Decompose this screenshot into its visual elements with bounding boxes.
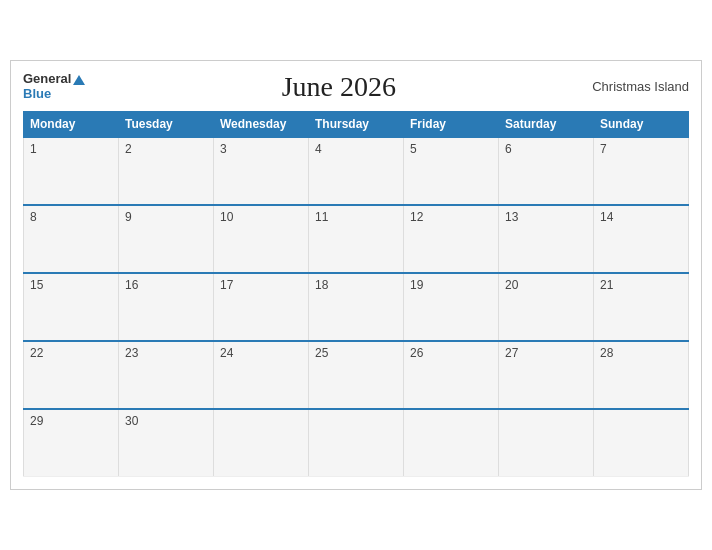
day-number: 10 [220, 210, 233, 224]
day-number: 16 [125, 278, 138, 292]
calendar-day-cell [404, 409, 499, 477]
day-number: 26 [410, 346, 423, 360]
calendar-week-row: 891011121314 [24, 205, 689, 273]
weekday-header-row: MondayTuesdayWednesdayThursdayFridaySatu… [24, 111, 689, 137]
day-number: 25 [315, 346, 328, 360]
logo-bottom: Blue [23, 87, 51, 101]
weekday-header: Monday [24, 111, 119, 137]
calendar-day-cell: 14 [594, 205, 689, 273]
calendar-day-cell: 24 [214, 341, 309, 409]
calendar-day-cell: 28 [594, 341, 689, 409]
calendar-day-cell: 17 [214, 273, 309, 341]
weekday-header: Wednesday [214, 111, 309, 137]
calendar-day-cell: 27 [499, 341, 594, 409]
calendar-day-cell: 10 [214, 205, 309, 273]
calendar-region: Christmas Island [592, 79, 689, 94]
calendar-day-cell [214, 409, 309, 477]
calendar-day-cell [594, 409, 689, 477]
logo-blue-text: Blue [23, 87, 51, 101]
calendar-day-cell [499, 409, 594, 477]
calendar-day-cell: 15 [24, 273, 119, 341]
day-number: 18 [315, 278, 328, 292]
calendar-day-cell: 26 [404, 341, 499, 409]
day-number: 28 [600, 346, 613, 360]
day-number: 19 [410, 278, 423, 292]
calendar-table: MondayTuesdayWednesdayThursdayFridaySatu… [23, 111, 689, 478]
day-number: 11 [315, 210, 328, 224]
calendar-thead: MondayTuesdayWednesdayThursdayFridaySatu… [24, 111, 689, 137]
calendar-day-cell: 12 [404, 205, 499, 273]
day-number: 4 [315, 142, 322, 156]
calendar-container: General Blue June 2026 Christmas Island … [10, 60, 702, 491]
calendar-day-cell: 30 [119, 409, 214, 477]
day-number: 3 [220, 142, 227, 156]
day-number: 8 [30, 210, 37, 224]
calendar-day-cell: 29 [24, 409, 119, 477]
calendar-day-cell: 19 [404, 273, 499, 341]
calendar-day-cell: 4 [309, 137, 404, 205]
day-number: 30 [125, 414, 138, 428]
calendar-day-cell: 5 [404, 137, 499, 205]
weekday-header: Sunday [594, 111, 689, 137]
day-number: 24 [220, 346, 233, 360]
day-number: 5 [410, 142, 417, 156]
logo-general-text: General [23, 71, 71, 86]
day-number: 17 [220, 278, 233, 292]
day-number: 15 [30, 278, 43, 292]
calendar-day-cell: 21 [594, 273, 689, 341]
weekday-header: Friday [404, 111, 499, 137]
day-number: 7 [600, 142, 607, 156]
calendar-day-cell: 22 [24, 341, 119, 409]
day-number: 20 [505, 278, 518, 292]
weekday-header: Thursday [309, 111, 404, 137]
day-number: 21 [600, 278, 613, 292]
day-number: 27 [505, 346, 518, 360]
calendar-title: June 2026 [282, 71, 396, 103]
calendar-day-cell: 25 [309, 341, 404, 409]
calendar-day-cell [309, 409, 404, 477]
calendar-day-cell: 18 [309, 273, 404, 341]
day-number: 23 [125, 346, 138, 360]
weekday-header: Saturday [499, 111, 594, 137]
calendar-day-cell: 6 [499, 137, 594, 205]
calendar-day-cell: 7 [594, 137, 689, 205]
calendar-week-row: 22232425262728 [24, 341, 689, 409]
logo-triangle-icon [73, 75, 85, 85]
calendar-day-cell: 11 [309, 205, 404, 273]
day-number: 1 [30, 142, 37, 156]
day-number: 2 [125, 142, 132, 156]
calendar-day-cell: 16 [119, 273, 214, 341]
logo: General Blue [23, 72, 85, 101]
calendar-day-cell: 1 [24, 137, 119, 205]
day-number: 13 [505, 210, 518, 224]
day-number: 12 [410, 210, 423, 224]
day-number: 9 [125, 210, 132, 224]
calendar-tbody: 1234567891011121314151617181920212223242… [24, 137, 689, 477]
calendar-day-cell: 2 [119, 137, 214, 205]
day-number: 22 [30, 346, 43, 360]
calendar-week-row: 15161718192021 [24, 273, 689, 341]
day-number: 6 [505, 142, 512, 156]
day-number: 14 [600, 210, 613, 224]
calendar-week-row: 2930 [24, 409, 689, 477]
weekday-header: Tuesday [119, 111, 214, 137]
calendar-week-row: 1234567 [24, 137, 689, 205]
calendar-day-cell: 9 [119, 205, 214, 273]
calendar-day-cell: 20 [499, 273, 594, 341]
calendar-day-cell: 3 [214, 137, 309, 205]
calendar-day-cell: 23 [119, 341, 214, 409]
calendar-day-cell: 13 [499, 205, 594, 273]
logo-top: General [23, 72, 85, 86]
calendar-header: General Blue June 2026 Christmas Island [23, 71, 689, 103]
calendar-day-cell: 8 [24, 205, 119, 273]
day-number: 29 [30, 414, 43, 428]
